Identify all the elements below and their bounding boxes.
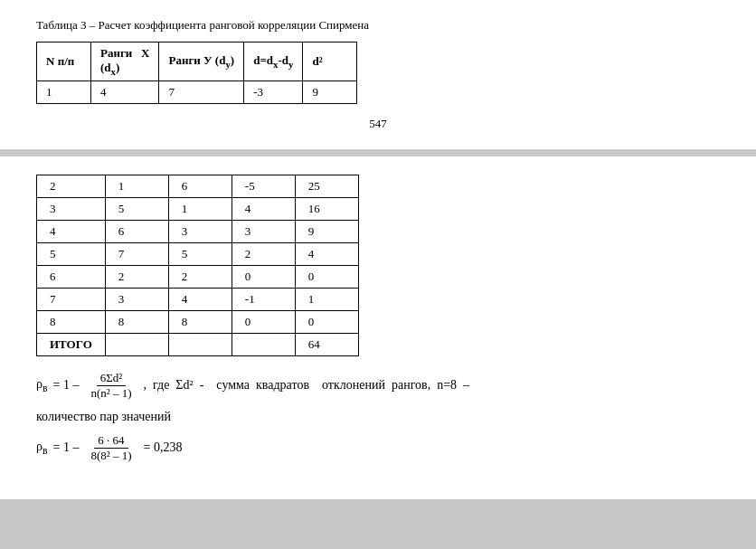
table-cell: 4 [232, 197, 295, 220]
col-header-d: d=dx-dy [244, 43, 303, 81]
formula1-eq: = 1 – [53, 378, 80, 393]
table-cell: 1 [168, 197, 232, 220]
table-cell: 7 [105, 242, 168, 265]
fraction2: 6 · 64 8(8² – 1) [87, 433, 135, 463]
table-cell: 0 [295, 265, 358, 288]
table-cell: 5 [168, 242, 232, 265]
bottom-table: 216-525351416463395752462200734-1188800И… [36, 175, 359, 356]
total-cell: ИТОГО [37, 333, 106, 355]
cell-n: 1 [37, 80, 91, 103]
table-cell: 2 [168, 265, 232, 288]
table-cell: 9 [295, 220, 358, 242]
bottom-section: 216-525351416463395752462200734-1188800И… [0, 156, 756, 499]
cell-dy: 7 [159, 80, 244, 103]
table-cell: 25 [295, 175, 358, 197]
table-title: Таблица 3 – Расчет коэффициента ранговой… [36, 18, 720, 33]
fraction1-numerator: 6Σd² [97, 371, 126, 386]
col-header-rangiy: Ранги У (dy) [159, 43, 244, 81]
table-cell: -1 [232, 288, 295, 310]
total-cell [232, 333, 295, 355]
table-cell: 4 [37, 220, 106, 242]
formula-block: ρв = 1 – 6Σd² n(n² – 1) , где Σd² - сумм… [36, 371, 720, 463]
table-row: 88800 [37, 310, 359, 333]
total-cell [105, 333, 168, 355]
rho-sub2: в [43, 444, 48, 456]
table-row: 734-11 [37, 288, 359, 310]
formula1-line: ρв = 1 – 6Σd² n(n² – 1) , где Σd² - сумм… [36, 371, 720, 401]
fraction1-denominator: n(n² – 1) [87, 386, 135, 401]
rho-symbol2: ρв [36, 440, 48, 457]
table-cell: 16 [295, 197, 358, 220]
table-cell: 3 [232, 220, 295, 242]
table-row: 1 4 7 -3 9 [37, 80, 357, 103]
rho-sub: в [43, 382, 48, 393]
formula2-eq: = 1 – [53, 440, 80, 455]
table-cell: 2 [232, 242, 295, 265]
table-cell: -5 [232, 175, 295, 197]
table-cell: 3 [105, 288, 168, 310]
table-row: 62200 [37, 265, 359, 288]
page-number: 547 [36, 117, 720, 131]
table-cell: 0 [232, 265, 295, 288]
table-cell: 5 [37, 242, 106, 265]
table-cell: 0 [232, 310, 295, 333]
formula-description-line: количество пар значений [36, 410, 720, 424]
formula2-result: = 0,238 [143, 440, 182, 455]
cell-d2: 9 [303, 80, 357, 103]
total-cell: 64 [295, 333, 358, 355]
table-cell: 2 [37, 175, 106, 197]
page-container: Таблица 3 – Расчет коэффициента ранговой… [0, 0, 756, 499]
total-cell [168, 333, 232, 355]
table-cell: 6 [37, 265, 106, 288]
fraction2-numerator: 6 · 64 [94, 433, 128, 449]
table-cell: 1 [295, 288, 358, 310]
col-header-rangix: Ранги X(dx) [91, 43, 159, 81]
col-header-d2: d² [303, 43, 357, 81]
table-row: 57524 [37, 242, 359, 265]
total-row: ИТОГО64 [37, 333, 359, 355]
table-cell: 4 [295, 242, 358, 265]
top-table: N п/п Ранги X(dx) Ранги У (dy) d=dx-dy d… [36, 42, 357, 104]
table-row: 216-525 [37, 175, 359, 197]
fraction2-denominator: 8(8² – 1) [87, 449, 135, 463]
formula1-suffix: , где Σd² - сумма квадратов отклонений р… [143, 378, 469, 393]
rho-symbol: ρв [36, 377, 48, 394]
table-row: 351416 [37, 197, 359, 220]
table-cell: 8 [37, 310, 106, 333]
table-cell: 3 [168, 220, 232, 242]
table-cell: 4 [168, 288, 232, 310]
formula2-line: ρв = 1 – 6 · 64 8(8² – 1) = 0,238 [36, 433, 720, 463]
table-cell: 0 [295, 310, 358, 333]
table-cell: 5 [105, 197, 168, 220]
col-header-n: N п/п [37, 43, 91, 81]
table-cell: 6 [105, 220, 168, 242]
table-cell: 6 [168, 175, 232, 197]
top-section: Таблица 3 – Расчет коэффициента ранговой… [0, 0, 756, 149]
table-header-row: N п/п Ранги X(dx) Ранги У (dy) d=dx-dy d… [37, 43, 357, 81]
table-cell: 8 [168, 310, 232, 333]
table-cell: 8 [105, 310, 168, 333]
fraction1: 6Σd² n(n² – 1) [87, 371, 135, 401]
cell-diff: -3 [244, 80, 303, 103]
table-cell: 1 [105, 175, 168, 197]
formula-description: количество пар значений [36, 410, 171, 424]
table-cell: 7 [37, 288, 106, 310]
table-row: 46339 [37, 220, 359, 242]
table-cell: 3 [37, 197, 106, 220]
table-cell: 2 [105, 265, 168, 288]
cell-dx: 4 [91, 80, 159, 103]
